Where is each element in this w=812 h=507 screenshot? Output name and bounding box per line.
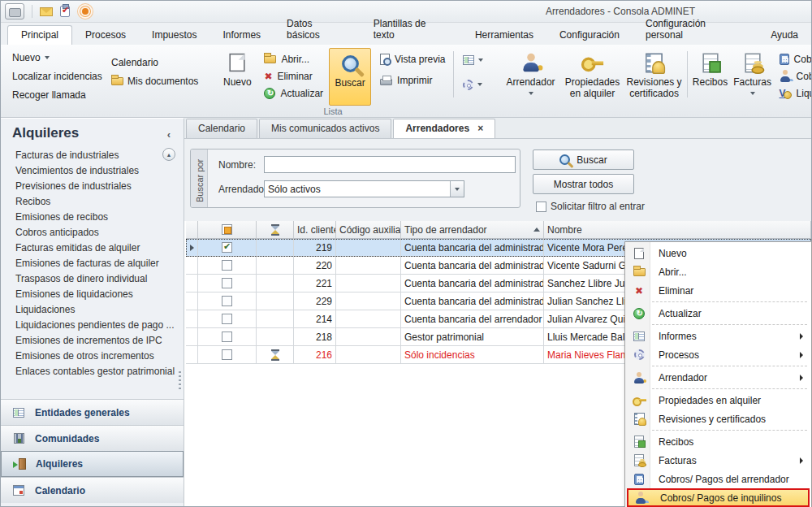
row-checkbox-cell (198, 310, 257, 328)
menu-item-label: Recibos (659, 436, 693, 448)
header-tipo-arrendador[interactable]: Tipo de arrendador (401, 221, 544, 239)
row-checkbox[interactable] (222, 278, 232, 288)
broadcast-icon[interactable] (82, 8, 89, 15)
sidebar-item-cobros-anticipados[interactable]: Cobros anticipados (1, 225, 184, 240)
eliminar-button[interactable]: Eliminar (261, 68, 326, 84)
ribbon-tab-procesos[interactable]: Procesos (72, 26, 139, 45)
tab-arrendadores[interactable]: Arrendadores × (393, 119, 495, 138)
menu-item-cobros-pagos-arrendador[interactable]: Cobros/ Pagos del arrendador (627, 470, 810, 488)
scroll-up-button[interactable]: ▲ (162, 148, 175, 161)
tab-mis-comunicados[interactable]: Mis comunicados activos (259, 119, 391, 138)
menu-item-procesos[interactable]: Procesos (627, 345, 810, 364)
row-checkbox[interactable] (222, 242, 232, 253)
sidebar-item-incrementos-ipc[interactable]: Emisiones de incrementos de IPC (1, 333, 184, 349)
imprimir-button[interactable]: Imprimir (378, 72, 447, 88)
recibos-button[interactable]: Recibos (689, 48, 732, 106)
solicitar-filtro-checkbox[interactable] (536, 202, 546, 212)
sidebar-section-calendario[interactable]: Calendario (1, 477, 184, 503)
sidebar-item-recibos[interactable]: Recibos (1, 194, 184, 210)
mostrar-todos-button[interactable]: Mostrar todos (533, 174, 634, 194)
sidebar-item-emisiones-recibos[interactable]: Emisiones de recibos (1, 210, 184, 225)
folder-open-icon (633, 268, 646, 276)
abrir-button[interactable]: Abrir... (261, 51, 326, 67)
app-icon[interactable] (5, 3, 24, 20)
ribbon-tab-configuracion-personal[interactable]: Configuración personal (633, 15, 758, 45)
arrendadores-select[interactable]: Sólo activos (264, 180, 464, 197)
header-codigo-auxiliar[interactable]: Código auxiliar (336, 221, 401, 239)
sidebar-item-liquidaciones[interactable]: Liquidaciones (1, 302, 184, 318)
sidebar-item-emisiones-facturas[interactable]: Emisiones de facturas de alquiler (1, 256, 184, 271)
propiedades-en-alquiler-button[interactable]: Propiedades en alquiler (562, 48, 624, 106)
tasks-icon[interactable] (60, 6, 70, 17)
ribbon-tab-informes[interactable]: Informes (209, 26, 274, 45)
menu-item-informes[interactable]: Informes (627, 327, 810, 345)
ribbon-tab-herramientas[interactable]: Herramientas (462, 26, 546, 45)
submenu-arrow-icon (800, 457, 803, 464)
menu-item-arrendador[interactable]: Arrendador (627, 368, 810, 387)
localizar-incidencias-button[interactable]: Localizar incidencias (9, 68, 98, 84)
buscar-ribbon-button[interactable]: Buscar (329, 48, 371, 106)
sidebar-item-facturas-industriales[interactable]: Facturas de industriales (1, 148, 184, 163)
menu-item-recibos[interactable]: Recibos (627, 432, 810, 451)
header-status-column[interactable] (257, 221, 294, 239)
nuevo-button[interactable]: Nuevo (216, 48, 258, 106)
sidebar-item-liquidaciones-pendientes[interactable]: Liquidaciones pendientes de pago ... (1, 318, 184, 333)
sidebar-item-facturas-emitidas[interactable]: Facturas emitidas de alquiler (1, 240, 184, 256)
menu-item-eliminar[interactable]: Eliminar (627, 281, 810, 300)
ribbon-tab-configuracion[interactable]: Configuración (546, 26, 633, 45)
select-all-checkbox[interactable] (222, 224, 232, 235)
sidebar-item-traspasos-dinero[interactable]: Traspasos de dinero individual (1, 271, 184, 287)
row-checkbox[interactable] (222, 314, 232, 324)
menu-item-cobros-pagos-inquilinos[interactable]: Cobros/ Pagos de inquilinos (627, 488, 810, 507)
mail-icon[interactable] (40, 7, 53, 16)
sidebar-item-previsiones-industriales[interactable]: Previsiones de industriales (1, 179, 184, 194)
settings-dropdown-button[interactable] (459, 76, 487, 93)
vista-previa-button[interactable]: Vista previa (378, 51, 447, 67)
menu-item-abrir[interactable]: Abrir... (627, 262, 810, 281)
menu-item-actualizar[interactable]: Actualizar (627, 304, 810, 323)
header-id-cliente[interactable]: Id. cliente (294, 221, 336, 239)
close-tab-icon[interactable]: × (477, 123, 483, 134)
header-select-all[interactable] (198, 221, 257, 239)
ribbon-tab-ayuda[interactable]: Ayuda (758, 26, 811, 45)
list-layout-dropdown-button[interactable] (459, 51, 487, 69)
ribbon-tab-datos-basicos[interactable]: Datos básicos (274, 15, 361, 45)
sidebar-section-entidades-generales[interactable]: Entidades generales (1, 399, 184, 425)
ribbon-tab-principal[interactable]: Principal (7, 25, 72, 45)
sidebar-section-comunidades[interactable]: Comunidades (1, 425, 184, 451)
sidebar-section-alquileres[interactable]: Alquileres (1, 451, 184, 477)
row-checkbox[interactable] (222, 349, 232, 360)
nombre-input[interactable] (264, 156, 516, 173)
nuevo-menu-button[interactable]: Nuevo (9, 50, 98, 66)
menu-item-revisiones-certificados[interactable]: Revisiones y certificados (627, 410, 810, 428)
row-checkbox[interactable] (222, 296, 232, 306)
cobros-pagos-inquilinos-button[interactable]: Cobros/ Pagos de inquilinos (777, 68, 811, 84)
mis-documentos-label: Mis documentos (127, 76, 198, 87)
scrollbar[interactable] (179, 371, 181, 389)
revisiones-certificados-button[interactable]: Revisiones y certificados (624, 48, 685, 106)
sidebar-item-enlaces-contables[interactable]: Enlaces contables gestor patrimonial (1, 364, 184, 379)
ribbon-tab-plantillas[interactable]: Plantillas de texto (361, 15, 462, 45)
header-nombre[interactable]: Nombre (544, 221, 811, 239)
tab-calendario[interactable]: Calendario (186, 119, 257, 138)
facturas-button[interactable]: Facturas (732, 48, 774, 106)
select-dropdown-button[interactable] (450, 181, 464, 197)
recoger-llamada-button[interactable]: Recoger llamada (9, 87, 98, 103)
buscar-button[interactable]: Buscar (533, 150, 634, 170)
mis-documentos-button[interactable]: Mis documentos (108, 73, 201, 89)
actualizar-button[interactable]: Actualizar (261, 85, 326, 101)
calendario-shortcut-button[interactable]: Calendario (108, 54, 201, 71)
sidebar-item-emisiones-liquidaciones[interactable]: Emisiones de liquidaciones (1, 287, 184, 302)
ribbon-tab-impuestos[interactable]: Impuestos (139, 26, 209, 45)
collapse-sidebar-icon[interactable]: ‹ (167, 128, 171, 141)
sidebar-item-vencimientos-industriales[interactable]: Vencimientos de industriales (1, 163, 184, 179)
liquidaciones-button[interactable]: Liquidaciones (777, 85, 811, 101)
menu-item-facturas[interactable]: Facturas (627, 451, 810, 470)
row-checkbox[interactable] (222, 260, 232, 271)
row-checkbox[interactable] (222, 332, 232, 342)
menu-item-nuevo[interactable]: Nuevo (627, 244, 810, 262)
menu-item-propiedades-en-alquiler[interactable]: Propiedades en alquiler (627, 391, 810, 410)
sidebar-item-otros-incrementos[interactable]: Emisiones de otros incrementos (1, 349, 184, 364)
arrendador-button[interactable]: Arrendador (500, 48, 562, 106)
cobros-pagos-arrendador-button[interactable]: Cobros/ Pagos del arrendador (777, 51, 811, 67)
